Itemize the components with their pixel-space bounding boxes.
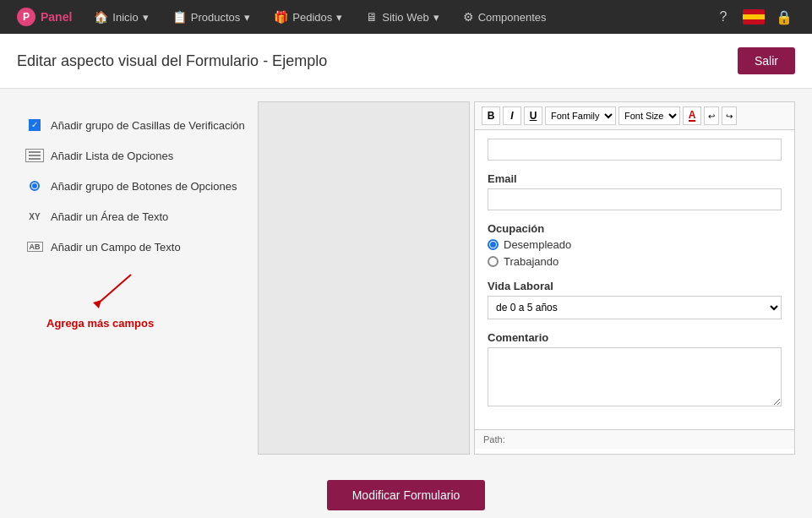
- arrow-icon: [80, 270, 148, 313]
- products-icon: 📋: [172, 10, 187, 24]
- orders-icon: 🎁: [274, 10, 288, 24]
- nav-pedidos[interactable]: 🎁 Pedidos ▾: [264, 0, 352, 34]
- nav-brand[interactable]: P Panel: [8, 8, 80, 26]
- email-label: Email: [488, 172, 782, 185]
- ocupacion-label: Ocupación: [488, 222, 782, 235]
- page-header: Editar aspecto visual del Formulario - E…: [0, 34, 812, 89]
- form-field-vida-laboral: Vida Laboral de 0 a 5 años: [488, 280, 782, 319]
- main-content: ✓ Añadir grupo de Casillas de Verificaci…: [0, 89, 812, 467]
- font-size-select[interactable]: Font Size: [619, 106, 680, 125]
- bottom-area: Modificar Formulario: [0, 467, 812, 518]
- form-field-email: Email: [488, 172, 782, 210]
- brand-label: Panel: [41, 10, 72, 24]
- underline-button[interactable]: U: [524, 106, 542, 125]
- font-family-select[interactable]: Font Family: [545, 106, 616, 125]
- email-input[interactable]: [488, 188, 782, 210]
- exit-button[interactable]: Salir: [738, 47, 795, 74]
- list-icon: [25, 146, 44, 165]
- chevron-down-icon: ▾: [143, 11, 149, 24]
- radio-dot-filled-icon: [488, 239, 499, 250]
- right-panel: B I U Font Family Font Size A ↩ ↪ Email: [474, 101, 795, 455]
- textarea-icon: XY: [25, 207, 44, 226]
- nav-inicio[interactable]: 🏠 Inicio ▾: [84, 0, 158, 34]
- radio-icon: [25, 177, 44, 195]
- chevron-down-icon: ▾: [336, 11, 342, 24]
- add-list[interactable]: Añadir Lista de Opciones: [17, 140, 253, 171]
- editor-body: Email Ocupación Desempleado Trabajando: [475, 130, 794, 429]
- website-icon: 🖥: [366, 10, 378, 24]
- nav-componentes[interactable]: ⚙ Componentes: [453, 0, 557, 34]
- hint-area: Agrega más campos: [30, 270, 241, 330]
- modify-form-button[interactable]: Modificar Formulario: [327, 480, 486, 510]
- vida-laboral-label: Vida Laboral: [488, 280, 782, 292]
- comentario-textarea[interactable]: [488, 347, 782, 406]
- lock-icon[interactable]: 🔒: [771, 4, 797, 30]
- hint-text: Agrega más campos: [46, 317, 154, 330]
- editor-path: Path:: [475, 429, 794, 449]
- form-field-ocupacion: Ocupación Desempleado Trabajando: [488, 222, 782, 268]
- home-icon: 🏠: [94, 10, 108, 24]
- add-radio-group[interactable]: Añadir grupo de Botones de Opciones: [17, 171, 253, 201]
- left-panel: ✓ Añadir grupo de Casillas de Verificaci…: [17, 101, 253, 455]
- radio-dot-empty-icon: [488, 256, 499, 267]
- language-flag-icon[interactable]: [743, 9, 765, 25]
- nav-sitio-web[interactable]: 🖥 Sitio Web ▾: [356, 0, 449, 34]
- redo-button[interactable]: ↪: [722, 106, 737, 125]
- chevron-down-icon: ▾: [244, 11, 250, 24]
- top-nav: P Panel 🏠 Inicio ▾ 📋 Productos ▾ 🎁 Pedid…: [0, 0, 812, 34]
- vida-laboral-select[interactable]: de 0 a 5 años: [488, 296, 782, 319]
- radio-desempleado[interactable]: Desempleado: [488, 238, 782, 251]
- add-checkbox-group[interactable]: ✓ Añadir grupo de Casillas de Verificaci…: [17, 110, 253, 140]
- bold-button[interactable]: B: [482, 106, 500, 125]
- top-text-input[interactable]: [488, 139, 782, 161]
- help-icon[interactable]: ?: [711, 4, 736, 30]
- undo-button[interactable]: ↩: [704, 106, 719, 125]
- comentario-label: Comentario: [488, 331, 782, 344]
- chevron-down-icon: ▾: [433, 11, 439, 24]
- canvas-panel: [258, 101, 470, 455]
- italic-button[interactable]: I: [503, 106, 521, 125]
- nav-productos[interactable]: 📋 Productos ▾: [162, 0, 261, 34]
- form-field-comentario: Comentario: [488, 331, 782, 409]
- ocupacion-radio-group: Desempleado Trabajando: [488, 238, 782, 268]
- page-title: Editar aspecto visual del Formulario - E…: [17, 52, 327, 70]
- add-textarea[interactable]: XY Añadir un Área de Texto: [17, 201, 253, 232]
- checkbox-icon: ✓: [25, 116, 44, 134]
- textfield-icon: AB: [25, 237, 44, 256]
- add-textfield[interactable]: AB Añadir un Campo de Texto: [17, 232, 253, 262]
- editor-toolbar: B I U Font Family Font Size A ↩ ↪: [475, 102, 794, 130]
- logo-icon: P: [17, 8, 35, 26]
- nav-right-area: ? 🔒: [711, 4, 804, 30]
- font-color-button[interactable]: A: [683, 106, 701, 125]
- components-icon: ⚙: [463, 10, 474, 24]
- radio-trabajando[interactable]: Trabajando: [488, 255, 782, 268]
- svg-line-0: [97, 275, 131, 304]
- form-field-top: [488, 139, 782, 161]
- svg-marker-1: [93, 300, 101, 308]
